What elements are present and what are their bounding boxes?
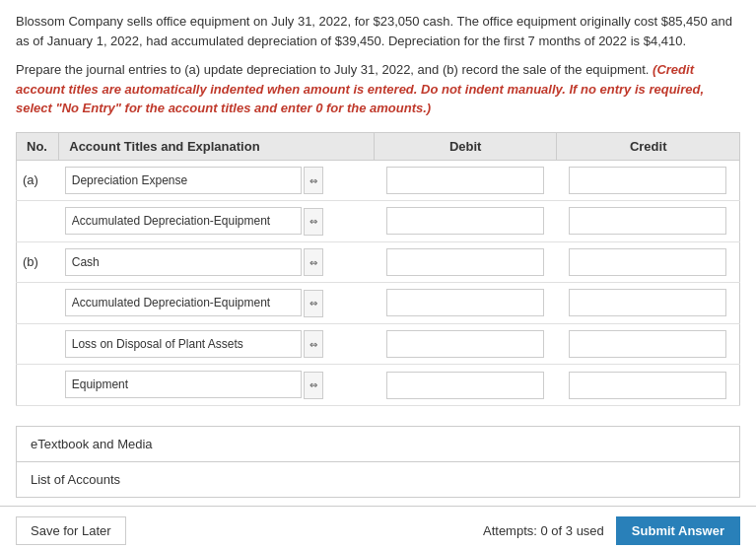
account-cell-3: ⇔	[59, 283, 375, 324]
account-input-3[interactable]	[65, 289, 302, 316]
col-debit: Debit	[374, 132, 557, 160]
credit-input-0[interactable]	[569, 167, 726, 194]
account-cell-5: ⇔	[59, 365, 375, 406]
row-label-0: (a)	[17, 160, 59, 201]
debit-input-2[interactable]	[386, 248, 544, 276]
credit-input-1[interactable]	[569, 207, 726, 235]
row-label-3	[17, 283, 59, 324]
credit-input-3[interactable]	[569, 289, 726, 316]
account-cell-0: ⇔	[59, 160, 375, 201]
debit-input-4[interactable]	[386, 330, 544, 358]
expand-icon-5[interactable]: ⇔	[304, 372, 323, 399]
credit-cell-2	[557, 241, 740, 283]
table-row: ⇔	[17, 201, 740, 242]
problem-text: Blossom Company sells office equipment o…	[16, 12, 740, 50]
credit-cell-1	[557, 201, 740, 242]
table-header-row: No. Account Titles and Explanation Debit…	[17, 132, 740, 160]
debit-input-3[interactable]	[386, 289, 544, 316]
expand-icon-2[interactable]: ⇔	[304, 248, 323, 276]
account-cell-4: ⇔	[59, 323, 375, 365]
debit-cell-2	[374, 241, 557, 283]
list-of-accounts-link[interactable]: List of Accounts	[17, 462, 739, 497]
account-input-0[interactable]	[65, 167, 302, 194]
row-label-2: (b)	[17, 241, 59, 283]
table-row: ⇔	[17, 365, 740, 406]
journal-table: No. Account Titles and Explanation Debit…	[16, 132, 740, 406]
credit-cell-4	[557, 323, 740, 365]
debit-cell-5	[374, 365, 557, 406]
credit-cell-0	[557, 160, 740, 201]
col-credit: Credit	[557, 132, 740, 160]
row-label-4	[17, 323, 59, 365]
account-input-1[interactable]	[65, 207, 302, 235]
expand-icon-1[interactable]: ⇔	[304, 208, 323, 236]
debit-input-5[interactable]	[386, 372, 544, 399]
debit-cell-3	[374, 283, 557, 324]
debit-input-0[interactable]	[386, 167, 544, 194]
table-row: ⇔	[17, 283, 740, 324]
debit-cell-0	[374, 160, 557, 201]
table-row: (a)⇔	[17, 160, 740, 201]
account-input-5[interactable]	[65, 371, 302, 398]
account-input-2[interactable]	[65, 248, 302, 276]
debit-input-1[interactable]	[386, 207, 544, 235]
footer-bar: Save for Later Attempts: 0 of 3 used Sub…	[0, 506, 756, 549]
expand-icon-0[interactable]: ⇔	[304, 167, 323, 194]
col-account: Account Titles and Explanation	[59, 132, 375, 160]
table-row: (b)⇔	[17, 241, 740, 283]
attempts-text: Attempts: 0 of 3 used	[483, 523, 604, 538]
footer-right: Attempts: 0 of 3 used Submit Answer	[483, 516, 740, 545]
account-cell-2: ⇔	[59, 241, 375, 283]
credit-cell-3	[557, 283, 740, 324]
bottom-section: eTextbook and Media List of Accounts	[16, 426, 740, 498]
expand-icon-4[interactable]: ⇔	[304, 330, 323, 358]
credit-input-5[interactable]	[569, 372, 726, 399]
debit-cell-1	[374, 201, 557, 242]
save-for-later-button[interactable]: Save for Later	[16, 516, 126, 545]
credit-input-4[interactable]	[569, 330, 726, 358]
account-cell-1: ⇔	[59, 201, 375, 242]
table-row: ⇔	[17, 323, 740, 365]
main-container: Blossom Company sells office equipment o…	[0, 0, 756, 418]
debit-cell-4	[374, 323, 557, 365]
instructions-normal: Prepare the journal entries to (a) updat…	[16, 62, 649, 77]
account-input-4[interactable]	[65, 330, 302, 358]
expand-icon-3[interactable]: ⇔	[304, 290, 323, 317]
row-label-1	[17, 201, 59, 242]
col-no: No.	[17, 132, 59, 160]
credit-input-2[interactable]	[569, 248, 726, 276]
etextbook-media-link[interactable]: eTextbook and Media	[17, 427, 739, 462]
instructions: Prepare the journal entries to (a) updat…	[16, 60, 740, 118]
row-label-5	[17, 365, 59, 406]
submit-answer-button[interactable]: Submit Answer	[616, 516, 740, 545]
credit-cell-5	[557, 365, 740, 406]
